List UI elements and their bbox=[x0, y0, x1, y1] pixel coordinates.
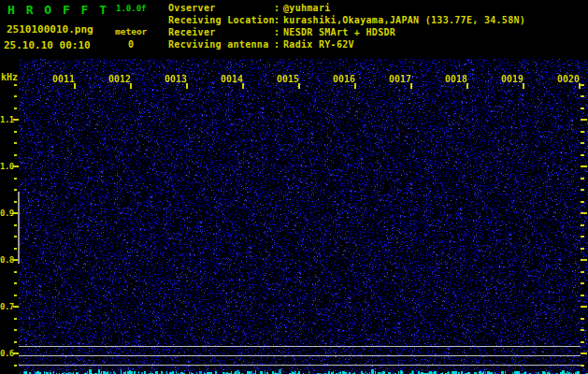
left-minor-tick bbox=[14, 341, 17, 343]
time-label: 0019 bbox=[501, 74, 523, 84]
left-minor-tick bbox=[14, 178, 17, 180]
left-minor-tick bbox=[14, 282, 17, 284]
right-major-tick bbox=[581, 119, 587, 121]
info-label: Recviving antenna bbox=[168, 38, 274, 50]
left-minor-tick bbox=[14, 271, 17, 273]
right-major-tick bbox=[581, 352, 587, 354]
freq-major-tick bbox=[13, 119, 19, 121]
right-major-tick bbox=[581, 259, 587, 261]
right-major-tick bbox=[581, 306, 587, 308]
left-minor-tick bbox=[14, 236, 17, 237]
left-minor-tick bbox=[14, 95, 17, 97]
left-minor-tick bbox=[14, 365, 17, 367]
left-minor-tick bbox=[14, 84, 17, 86]
left-minor-tick bbox=[14, 154, 17, 156]
app-title: H R O F F T bbox=[7, 3, 108, 17]
right-minor-tick bbox=[581, 131, 584, 133]
calibration-line-top bbox=[19, 346, 581, 347]
freq-label: 1.0 bbox=[0, 162, 12, 171]
left-minor-tick bbox=[14, 142, 17, 144]
right-minor-tick bbox=[581, 178, 584, 180]
right-minor-tick bbox=[581, 142, 584, 144]
right-minor-tick bbox=[581, 236, 584, 237]
time-tick bbox=[466, 83, 468, 89]
right-minor-tick bbox=[581, 271, 584, 273]
calibration-line-mid bbox=[19, 355, 581, 356]
observer-info-row: Receiving Location:kurashiki,Okayama,JAP… bbox=[168, 14, 525, 26]
time-tick bbox=[410, 83, 412, 89]
right-minor-tick bbox=[581, 282, 584, 284]
right-major-tick bbox=[581, 165, 587, 167]
spectrogram-canvas bbox=[19, 59, 588, 374]
hrofft-window: H R O F F T 1.0.0f 2510100010.png meteor… bbox=[0, 0, 588, 374]
time-label: 0015 bbox=[277, 74, 299, 84]
freq-label: 0.7 bbox=[0, 302, 12, 311]
info-label: Ovserver bbox=[168, 2, 274, 14]
left-minor-tick bbox=[14, 295, 17, 296]
time-tick bbox=[186, 83, 188, 89]
calibration-line-bottom bbox=[19, 365, 581, 366]
freq-label: 1.1 bbox=[0, 115, 12, 124]
right-minor-tick bbox=[581, 365, 584, 367]
right-minor-tick bbox=[581, 189, 584, 191]
left-minor-tick bbox=[14, 201, 17, 203]
right-minor-tick bbox=[581, 84, 584, 86]
info-value: Radix RY-62V bbox=[283, 39, 354, 50]
left-minor-tick bbox=[14, 318, 17, 320]
time-tick bbox=[74, 83, 76, 89]
freq-major-tick bbox=[13, 306, 19, 308]
right-minor-tick bbox=[581, 248, 584, 250]
right-minor-tick bbox=[581, 329, 584, 331]
time-label: 0011 bbox=[52, 74, 75, 84]
time-tick bbox=[242, 83, 244, 89]
right-minor-tick bbox=[581, 295, 584, 296]
time-tick bbox=[523, 83, 524, 89]
freq-label: 0.8 bbox=[0, 255, 12, 265]
left-minor-tick bbox=[14, 224, 17, 226]
freq-label: 0.6 bbox=[0, 349, 12, 358]
info-colon: : bbox=[274, 14, 283, 26]
right-major-tick bbox=[581, 212, 587, 214]
right-minor-tick bbox=[581, 318, 584, 320]
info-value: kurashiki,Okayama,JAPAN (133.77E, 34.58N… bbox=[283, 15, 525, 25]
left-minor-tick bbox=[14, 131, 17, 133]
time-label: 0016 bbox=[333, 74, 355, 84]
observer-info: Ovserver:@yuhmariReceiving Location:kura… bbox=[168, 2, 525, 50]
freq-major-tick bbox=[13, 352, 19, 354]
info-label: Receiver bbox=[168, 26, 274, 38]
app-version: 1.0.0f bbox=[116, 4, 147, 13]
right-minor-tick bbox=[581, 341, 584, 343]
filename-label: 2510100010.png bbox=[7, 23, 93, 36]
right-minor-tick bbox=[581, 154, 584, 156]
right-minor-tick bbox=[581, 201, 584, 203]
info-colon: : bbox=[274, 26, 283, 38]
level-marker-bar bbox=[18, 192, 20, 264]
right-minor-tick bbox=[581, 108, 584, 109]
info-value: @yuhmari bbox=[283, 3, 331, 13]
right-minor-tick bbox=[581, 95, 584, 97]
freq-axis-unit: kHz bbox=[1, 72, 18, 82]
left-minor-tick bbox=[14, 108, 17, 109]
observer-info-row: Recviving antenna:Radix RY-62V bbox=[168, 38, 525, 50]
left-minor-tick bbox=[14, 189, 17, 191]
freq-label: 0.9 bbox=[0, 209, 12, 218]
time-label: 0012 bbox=[108, 74, 131, 84]
left-minor-tick bbox=[14, 329, 17, 331]
time-tick bbox=[130, 83, 132, 89]
left-minor-tick bbox=[14, 248, 17, 250]
time-tick bbox=[354, 83, 356, 89]
observer-info-row: Receiver:NESDR SMArt + HDSDR bbox=[168, 26, 525, 38]
time-label: 0020 bbox=[557, 74, 580, 84]
meteor-count-label: meteor bbox=[115, 26, 147, 36]
time-label: 0018 bbox=[445, 74, 467, 84]
timestamp: 25.10.10 00:10 bbox=[4, 39, 91, 51]
time-tick bbox=[298, 83, 300, 89]
time-label: 0013 bbox=[165, 74, 187, 84]
time-label: 0017 bbox=[389, 74, 411, 84]
info-colon: : bbox=[274, 2, 283, 14]
info-value: NESDR SMArt + HDSDR bbox=[283, 27, 395, 37]
right-minor-tick bbox=[581, 224, 584, 226]
freq-major-tick bbox=[13, 165, 19, 167]
time-label: 0014 bbox=[221, 74, 243, 84]
info-colon: : bbox=[274, 38, 283, 50]
